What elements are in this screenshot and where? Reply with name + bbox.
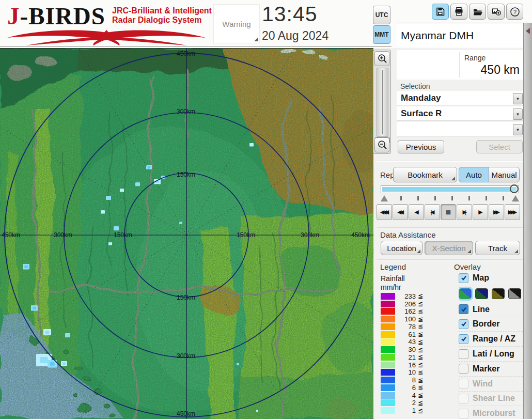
wind-checkbox	[459, 379, 468, 389]
playback-stop-button[interactable]: ■	[441, 204, 456, 220]
warning-label: Warning	[222, 20, 251, 28]
manual-mode-button[interactable]: Manual	[489, 167, 520, 182]
legend-row: 8 ≦	[381, 376, 442, 384]
legend-value: 16	[396, 361, 416, 369]
legend-scale: 233 ≦ 206 ≦ 162 ≦ 100 ≦ 78 ≦ 61 ≦ 43 ≦ 3…	[381, 292, 442, 414]
check-icon	[461, 275, 467, 281]
save-button[interactable]	[432, 4, 449, 20]
overlay-row-marker: Marker	[459, 361, 523, 376]
legend-lte-symbol: ≦	[418, 407, 423, 414]
map-checkbox[interactable]	[459, 273, 468, 283]
playback-fast-forward-3-button[interactable]: ▶▶▶	[505, 204, 520, 220]
chevron-down-icon[interactable]: ▼	[513, 93, 523, 104]
legend-lte-symbol: ≦	[418, 338, 423, 346]
range-value: 450 km	[481, 63, 520, 77]
range-ring-label: 300km	[301, 231, 319, 239]
warning-panel-button[interactable]: Warning	[213, 4, 260, 43]
zoom-out-button[interactable]	[374, 137, 389, 152]
legend-color-swatch	[381, 354, 395, 361]
timeline-tick	[451, 196, 453, 200]
dropdown-value: Mandalay	[401, 91, 441, 105]
bookmark-button[interactable]: Bookmark	[393, 167, 457, 182]
map-style-navy-darkgreen-swatch[interactable]	[475, 288, 488, 299]
range-box: Range 450 km	[397, 50, 524, 80]
replay-timeline-slider[interactable]	[381, 185, 519, 193]
zoom-in-button[interactable]	[374, 51, 389, 66]
logo-j: J	[7, 3, 20, 29]
overlay-label: Overlay	[454, 262, 481, 271]
playback-play-button[interactable]: ▶	[473, 204, 488, 220]
lati-long-checkbox[interactable]	[459, 349, 468, 359]
chevron-down-icon[interactable]: ▼	[513, 124, 523, 135]
capture-image-button[interactable]	[488, 4, 505, 20]
help-button[interactable]: ?	[506, 4, 523, 20]
collapse-left-arrow-icon[interactable]	[526, 28, 530, 34]
logo-subtitle-line2: Radar Dialogic System	[112, 15, 212, 25]
radar-map-display[interactable]: 450km300km150km450km300km150km150km300km…	[0, 48, 373, 419]
range-ring-label: 300km	[177, 108, 195, 115]
playback-fast-forward-2-button[interactable]: ▶▶	[489, 204, 504, 220]
legend-lte-symbol: ≦	[418, 353, 423, 361]
section-groove	[377, 161, 523, 162]
playback-step-back-button[interactable]: |◀	[425, 204, 440, 220]
range-ring-label: 150km	[114, 231, 132, 239]
x-section-button[interactable]: X-Section	[425, 241, 473, 255]
playback-fast-rewind-2-button[interactable]: ◀◀	[393, 204, 408, 220]
playback-step-forward-button[interactable]: ▶|	[457, 204, 472, 220]
logo-title: J-BIRDS	[7, 2, 105, 30]
open-file-button[interactable]	[469, 4, 486, 20]
legend-color-swatch	[381, 316, 395, 322]
selection-dropdown-3[interactable]: ▼	[397, 122, 524, 136]
location-button[interactable]: Location	[381, 241, 423, 255]
microburst-checkbox	[459, 409, 468, 418]
selection-dropdown-1[interactable]: Mandalay ▼	[397, 91, 524, 105]
auto-mode-button[interactable]: Auto	[459, 167, 489, 182]
panel-collapse-strip[interactable]	[523, 23, 532, 419]
section-groove	[377, 259, 523, 260]
map-style-black-gray-swatch[interactable]	[508, 288, 521, 299]
utc-toggle-button[interactable]: UTC	[373, 6, 390, 24]
mmt-toggle-button[interactable]: MMT	[373, 25, 390, 44]
range-end-marker[interactable]	[512, 195, 519, 201]
overlay-row-range-az: Range / AZ	[459, 331, 523, 346]
eagle-icon	[5, 28, 208, 46]
previous-button[interactable]: Previous	[398, 140, 444, 153]
jbirds-app-window: { "header": { "logo": { "title_j": "J", …	[0, 0, 532, 419]
print-button[interactable]	[450, 4, 467, 20]
panel-separator	[397, 23, 524, 23]
playback-fast-rewind-3-button[interactable]: ◀◀◀	[377, 204, 392, 220]
range-start-marker[interactable]	[381, 195, 388, 201]
overlay-item-label: Wind	[473, 379, 493, 389]
map-style-black-olive-swatch[interactable]	[492, 288, 505, 299]
station-title: Myanmar DMH	[397, 24, 524, 47]
jbirds-logo: J-BIRDS JRC-Brilliant & Intelligent Rada…	[5, 1, 212, 46]
legend-lte-symbol: ≦	[418, 300, 423, 307]
range-az-checkbox[interactable]	[459, 334, 468, 344]
legend-color-swatch	[381, 399, 395, 406]
selection-dropdown-2[interactable]: Surface R ▼	[397, 106, 524, 121]
track-button[interactable]: Track	[475, 241, 520, 255]
replay-slider-handle[interactable]	[510, 184, 519, 193]
marker-checkbox[interactable]	[459, 364, 468, 374]
map-style-green-blue-swatch[interactable]	[459, 288, 472, 299]
header-separator	[0, 46, 392, 47]
range-ring-label: 150km	[237, 231, 255, 239]
timeline-tick	[400, 196, 402, 200]
chevron-down-icon[interactable]: ▼	[513, 108, 523, 120]
legend-color-swatch	[381, 407, 395, 414]
select-button: Select	[476, 140, 523, 153]
overlay-list: MapLineBorderRange / AZLati / LongMarker…	[459, 271, 523, 419]
legend-lte-symbol: ≦	[418, 392, 423, 399]
playback-play-reverse-button[interactable]: ◀	[409, 204, 424, 220]
line-checkbox[interactable]	[459, 304, 468, 314]
legend-lte-symbol: ≦	[418, 369, 423, 376]
overlay-row-border: Border	[459, 317, 523, 332]
legend-row: 4 ≦	[381, 392, 442, 399]
zoom-slider-track[interactable]	[377, 68, 388, 137]
legend-value: 206	[396, 300, 416, 308]
border-checkbox[interactable]	[459, 319, 468, 329]
section-groove	[377, 227, 523, 228]
legend-row: 21 ≦	[381, 353, 442, 361]
legend-label: Legend	[380, 262, 406, 271]
legend-lte-symbol: ≦	[418, 346, 423, 353]
